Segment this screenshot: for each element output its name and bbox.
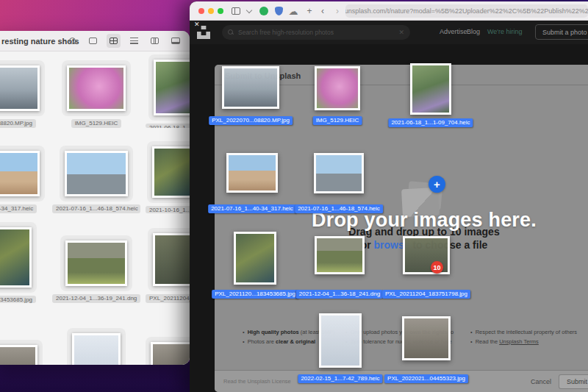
finder-file[interactable]: IMG_5129.HEIC <box>58 54 135 128</box>
drag-ghost-label: 2021-07-16_1...40-34_317.heic <box>208 204 296 213</box>
minimize-window-button[interactable] <box>208 8 214 14</box>
list-view-icon[interactable] <box>127 34 141 48</box>
photo-thumbnail <box>315 236 365 274</box>
finder-window[interactable]: resting nature shots 70...08820.MP.jpg I… <box>0 31 190 365</box>
url-text: unsplash.com/t/nature?modal=%5B%22Upload… <box>345 7 588 15</box>
site-search-input[interactable]: Search free high-resolution photos ✕ <box>222 25 410 40</box>
guideline: •Respect the intellectual property of ot… <box>470 327 588 337</box>
finder-file[interactable]: 0...183453685.jpg <box>0 222 47 303</box>
drag-count-badge: 10 <box>431 261 443 274</box>
drag-ghost-label: 2021-06-18_1...1-09_704.heic <box>388 118 473 127</box>
drag-ghost-label: PXL_2022070...08820.MP.jpg <box>209 116 293 125</box>
drag-ghost[interactable]: 2021-06-18_1...1-09_704.heic <box>387 63 475 127</box>
column-view-icon[interactable] <box>148 34 162 48</box>
unsplash-logo <box>197 26 210 39</box>
nav-hiring[interactable]: We're hiring <box>487 28 523 35</box>
photo-thumbnail <box>319 313 362 368</box>
add-images-plus-icon: + <box>429 176 445 193</box>
address-bar[interactable]: unsplash.com/t/nature?modal=%5B%22Upload… <box>345 4 588 18</box>
browser-toolbar: ☁ + ‹ › unsplash.com/t/nature?modal=%5B%… <box>190 1 588 21</box>
finder-file[interactable]: 70...08820.MP.jpg <box>0 54 47 128</box>
new-tab-icon[interactable]: + <box>303 4 316 18</box>
submit-a-photo-button[interactable]: Submit a photo <box>535 24 588 40</box>
close-window-button[interactable] <box>198 8 204 14</box>
finder-file-label: IMG_5129.HEIC <box>71 119 122 128</box>
unsplash-license-link[interactable]: Read the Unsplash License <box>223 378 291 385</box>
drag-ghost[interactable]: PXL_2022021...04455323.jpg <box>381 316 472 383</box>
desktop-wallpaper-bottom <box>0 362 206 392</box>
icon-view-icon[interactable] <box>107 34 121 48</box>
gallery-view-icon[interactable] <box>86 34 100 48</box>
drag-ghost[interactable]: PXL_2022070...08820.MP.jpg <box>207 66 295 125</box>
zoom-window-button[interactable] <box>218 8 223 14</box>
finder-file[interactable]: PXL_20211204_18 <box>136 222 190 303</box>
cancel-button[interactable]: Cancel <box>526 375 556 388</box>
drag-ghost-label: 2022-02-15_1...7-42_789.heic <box>298 374 382 383</box>
drag-ghost-label: 2021-07-16_1...46-18_574.heic <box>295 204 383 213</box>
finder-file[interactable]: 2021-10-16_1...2-4 <box>136 141 190 213</box>
finder-file-label: 2021-06-18_1...1-0 <box>146 124 190 128</box>
drag-ghost-label: PXL_2022021...04455323.jpg <box>384 374 468 383</box>
finder-file[interactable]: 1...40-34_317.heic <box>0 141 47 213</box>
drag-ghost-label: PXL_2021120...183453685.jpg <box>212 290 298 299</box>
unsplash-terms-link[interactable]: Unsplash Terms <box>499 338 539 345</box>
finder-file[interactable]: 2021-07-16_1...46-18_574.heic <box>58 141 135 213</box>
finder-file-label: 1...40-34_317.heic <box>0 204 37 213</box>
photo-thumbnail <box>234 232 276 285</box>
nav-advertise[interactable]: Advertise <box>440 28 467 35</box>
finder-titlebar[interactable]: resting nature shots <box>0 31 190 51</box>
drag-ghost[interactable]: 2021-12-04_1...36-18_241.dng <box>295 236 384 299</box>
search-icon <box>228 29 234 35</box>
finder-file-label: PXL_20211204_18 <box>146 294 190 303</box>
finder-file-label: 2021-10-16_1...2-4 <box>146 206 190 213</box>
finder-file[interactable]: 2021-12-04_1...36-19_241.dng <box>58 222 135 303</box>
drag-ghost[interactable]: 2021-07-16_1...46-18_574.heic <box>295 153 383 213</box>
nav-blog[interactable]: Blog <box>467 28 480 35</box>
chevron-down-icon[interactable] <box>243 4 256 18</box>
photo-thumbnail <box>402 316 451 360</box>
drag-ghost[interactable]: 2022-02-15_1...7-42_789.heic <box>295 313 386 383</box>
site-header: ✕ Search free high-resolution photos ✕ A… <box>190 21 588 44</box>
cloud-icon[interactable]: ☁ <box>287 4 300 18</box>
finder-file[interactable] <box>136 309 190 365</box>
sidebar-toggle-icon[interactable] <box>229 4 243 18</box>
finder-file[interactable] <box>58 302 135 365</box>
forward-icon[interactable]: › <box>331 4 344 18</box>
photo-thumbnail <box>226 153 278 193</box>
finder-file-label: 0...183453685.jpg <box>0 296 36 303</box>
photo-thumbnail <box>222 66 279 109</box>
gallery-strip-icon[interactable] <box>168 34 182 48</box>
photo-thumbnail <box>410 63 451 115</box>
back-icon[interactable]: ‹ <box>316 4 329 18</box>
drag-ghost-label: 2021-12-04_1...36-18_241.dng <box>296 290 383 299</box>
submit-button[interactable]: Submit to Unsplash <box>559 374 588 389</box>
finder-file-label: 70...08820.MP.jpg <box>0 119 36 128</box>
drag-ghost[interactable]: 2021-07-16_1...40-34_317.heic <box>208 153 296 213</box>
search-icon[interactable] <box>65 34 79 48</box>
finder-file[interactable]: 2021-06-18_1...1-0 <box>136 54 190 128</box>
drag-ghost-label: PXL_20211204_183751798.jpg <box>382 290 470 299</box>
finder-file-label: 2021-07-16_1...46-18_574.heic <box>52 204 140 213</box>
photo-thumbnail <box>315 66 360 110</box>
guideline: •Read the Unsplash Terms <box>470 337 588 346</box>
desktop: resting nature shots 70...08820.MP.jpg I… <box>0 0 588 392</box>
drag-ghost[interactable]: PXL_2021120...183453685.jpg <box>211 232 299 299</box>
search-placeholder: Search free high-resolution photos <box>238 29 334 36</box>
drag-ghost[interactable]: IMG_5129.HEIC <box>293 66 381 125</box>
finder-file[interactable] <box>0 310 47 365</box>
photo-thumbnail <box>314 153 364 193</box>
drag-ghost-label: IMG_5129.HEIC <box>313 116 362 125</box>
clear-search-icon[interactable]: ✕ <box>398 29 404 36</box>
extension-green-icon[interactable] <box>257 4 270 18</box>
extension-shield-icon[interactable] <box>272 4 285 18</box>
drag-ghost[interactable]: 10 PXL_20211204_183751798.jpg <box>382 236 470 299</box>
